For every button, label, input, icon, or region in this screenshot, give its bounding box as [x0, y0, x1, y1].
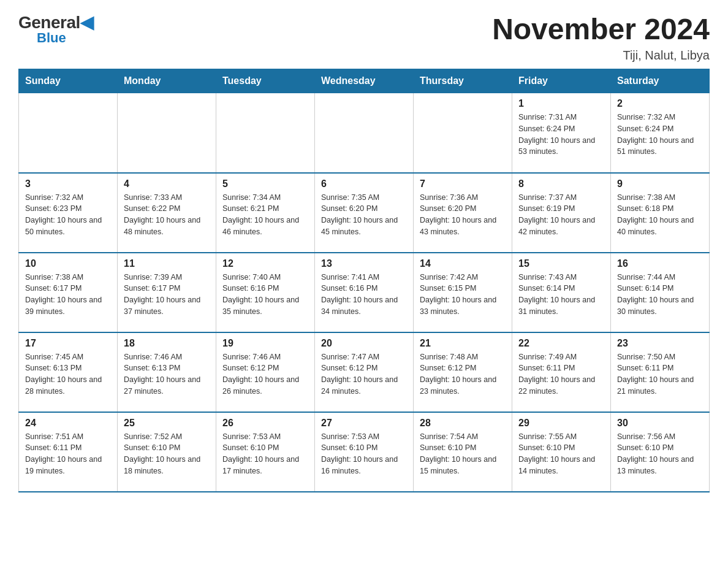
week-row-2: 3Sunrise: 7:32 AMSunset: 6:23 PMDaylight…	[19, 173, 710, 253]
header-saturday: Saturday	[611, 69, 710, 93]
calendar-cell: 30Sunrise: 7:56 AMSunset: 6:10 PMDayligh…	[611, 412, 710, 492]
calendar-cell: 12Sunrise: 7:40 AMSunset: 6:16 PMDayligh…	[216, 253, 315, 332]
day-number: 8	[518, 178, 604, 190]
day-info: Sunrise: 7:45 AMSunset: 6:13 PMDaylight:…	[25, 351, 111, 397]
logo-triangle-icon: ◀	[80, 13, 94, 32]
day-number: 4	[124, 178, 210, 190]
day-info: Sunrise: 7:51 AMSunset: 6:11 PMDaylight:…	[25, 431, 111, 477]
day-number: 21	[420, 338, 506, 349]
calendar-cell	[315, 93, 414, 173]
calendar-cell: 19Sunrise: 7:46 AMSunset: 6:12 PMDayligh…	[216, 332, 315, 412]
day-info: Sunrise: 7:53 AMSunset: 6:10 PMDaylight:…	[222, 431, 308, 477]
calendar-cell: 26Sunrise: 7:53 AMSunset: 6:10 PMDayligh…	[216, 412, 315, 492]
calendar-table: Sunday Monday Tuesday Wednesday Thursday…	[18, 69, 710, 492]
day-number: 18	[124, 338, 210, 349]
day-info: Sunrise: 7:49 AMSunset: 6:11 PMDaylight:…	[518, 351, 604, 397]
day-number: 23	[617, 338, 703, 349]
calendar-cell	[414, 93, 512, 173]
day-number: 14	[420, 258, 506, 269]
title-area: November 2024 Tiji, Nalut, Libya	[492, 12, 710, 63]
day-number: 16	[617, 258, 703, 269]
day-number: 27	[321, 418, 407, 429]
day-number: 15	[518, 258, 604, 269]
header-tuesday: Tuesday	[216, 69, 315, 93]
day-info: Sunrise: 7:37 AMSunset: 6:19 PMDaylight:…	[518, 192, 604, 238]
day-number: 7	[420, 178, 506, 190]
logo-blue: Blue	[37, 30, 66, 46]
header-thursday: Thursday	[414, 69, 512, 93]
day-number: 3	[25, 178, 111, 190]
calendar-cell: 28Sunrise: 7:54 AMSunset: 6:10 PMDayligh…	[414, 412, 512, 492]
header-friday: Friday	[512, 69, 611, 93]
day-info: Sunrise: 7:44 AMSunset: 6:14 PMDaylight:…	[617, 272, 703, 318]
calendar-cell	[19, 93, 118, 173]
day-number: 25	[124, 418, 210, 429]
weekday-header-row: Sunday Monday Tuesday Wednesday Thursday…	[19, 69, 710, 93]
page-header: General◀ Blue November 2024 Tiji, Nalut,…	[18, 12, 710, 63]
day-info: Sunrise: 7:40 AMSunset: 6:16 PMDaylight:…	[222, 272, 308, 318]
day-number: 19	[222, 338, 308, 349]
week-row-4: 17Sunrise: 7:45 AMSunset: 6:13 PMDayligh…	[19, 332, 710, 412]
day-info: Sunrise: 7:38 AMSunset: 6:17 PMDaylight:…	[25, 272, 111, 318]
day-info: Sunrise: 7:47 AMSunset: 6:12 PMDaylight:…	[321, 351, 407, 397]
calendar-cell: 14Sunrise: 7:42 AMSunset: 6:15 PMDayligh…	[414, 253, 512, 332]
day-number: 11	[124, 258, 210, 269]
day-number: 29	[518, 418, 604, 429]
day-info: Sunrise: 7:52 AMSunset: 6:10 PMDaylight:…	[124, 431, 210, 477]
header-monday: Monday	[118, 69, 216, 93]
calendar-cell: 23Sunrise: 7:50 AMSunset: 6:11 PMDayligh…	[611, 332, 710, 412]
day-info: Sunrise: 7:55 AMSunset: 6:10 PMDaylight:…	[518, 431, 604, 477]
day-number: 12	[222, 258, 308, 269]
day-info: Sunrise: 7:48 AMSunset: 6:12 PMDaylight:…	[420, 351, 506, 397]
calendar-cell: 3Sunrise: 7:32 AMSunset: 6:23 PMDaylight…	[19, 173, 118, 253]
header-wednesday: Wednesday	[315, 69, 414, 93]
day-number: 28	[420, 418, 506, 429]
calendar-cell: 6Sunrise: 7:35 AMSunset: 6:20 PMDaylight…	[315, 173, 414, 253]
logo: General◀ Blue	[18, 12, 93, 46]
day-number: 26	[222, 418, 308, 429]
calendar-cell: 7Sunrise: 7:36 AMSunset: 6:20 PMDaylight…	[414, 173, 512, 253]
day-number: 22	[518, 338, 604, 349]
calendar-cell: 21Sunrise: 7:48 AMSunset: 6:12 PMDayligh…	[414, 332, 512, 412]
day-info: Sunrise: 7:56 AMSunset: 6:10 PMDaylight:…	[617, 431, 703, 477]
calendar-cell: 13Sunrise: 7:41 AMSunset: 6:16 PMDayligh…	[315, 253, 414, 332]
week-row-3: 10Sunrise: 7:38 AMSunset: 6:17 PMDayligh…	[19, 253, 710, 332]
day-info: Sunrise: 7:39 AMSunset: 6:17 PMDaylight:…	[124, 272, 210, 318]
day-info: Sunrise: 7:43 AMSunset: 6:14 PMDaylight:…	[518, 272, 604, 318]
calendar-cell: 5Sunrise: 7:34 AMSunset: 6:21 PMDaylight…	[216, 173, 315, 253]
day-info: Sunrise: 7:31 AMSunset: 6:24 PMDaylight:…	[518, 112, 604, 158]
calendar-cell: 2Sunrise: 7:32 AMSunset: 6:24 PMDaylight…	[611, 93, 710, 173]
calendar-cell: 17Sunrise: 7:45 AMSunset: 6:13 PMDayligh…	[19, 332, 118, 412]
calendar-cell: 8Sunrise: 7:37 AMSunset: 6:19 PMDaylight…	[512, 173, 611, 253]
calendar-cell: 25Sunrise: 7:52 AMSunset: 6:10 PMDayligh…	[118, 412, 216, 492]
day-info: Sunrise: 7:33 AMSunset: 6:22 PMDaylight:…	[124, 192, 210, 238]
calendar-cell: 15Sunrise: 7:43 AMSunset: 6:14 PMDayligh…	[512, 253, 611, 332]
day-number: 30	[617, 418, 703, 429]
day-info: Sunrise: 7:32 AMSunset: 6:23 PMDaylight:…	[25, 192, 111, 238]
month-title: November 2024	[492, 12, 710, 46]
calendar-cell: 29Sunrise: 7:55 AMSunset: 6:10 PMDayligh…	[512, 412, 611, 492]
day-number: 13	[321, 258, 407, 269]
header-sunday: Sunday	[19, 69, 118, 93]
calendar-cell: 16Sunrise: 7:44 AMSunset: 6:14 PMDayligh…	[611, 253, 710, 332]
day-number: 17	[25, 338, 111, 349]
day-number: 5	[222, 178, 308, 190]
day-number: 9	[617, 178, 703, 190]
day-info: Sunrise: 7:35 AMSunset: 6:20 PMDaylight:…	[321, 192, 407, 238]
calendar-cell: 20Sunrise: 7:47 AMSunset: 6:12 PMDayligh…	[315, 332, 414, 412]
day-info: Sunrise: 7:46 AMSunset: 6:12 PMDaylight:…	[222, 351, 308, 397]
calendar-cell: 9Sunrise: 7:38 AMSunset: 6:18 PMDaylight…	[611, 173, 710, 253]
calendar-cell: 22Sunrise: 7:49 AMSunset: 6:11 PMDayligh…	[512, 332, 611, 412]
day-info: Sunrise: 7:42 AMSunset: 6:15 PMDaylight:…	[420, 272, 506, 318]
week-row-1: 1Sunrise: 7:31 AMSunset: 6:24 PMDaylight…	[19, 93, 710, 173]
day-info: Sunrise: 7:41 AMSunset: 6:16 PMDaylight:…	[321, 272, 407, 318]
calendar-cell: 4Sunrise: 7:33 AMSunset: 6:22 PMDaylight…	[118, 173, 216, 253]
day-number: 1	[518, 98, 604, 109]
location: Tiji, Nalut, Libya	[492, 48, 710, 63]
day-number: 20	[321, 338, 407, 349]
day-info: Sunrise: 7:38 AMSunset: 6:18 PMDaylight:…	[617, 192, 703, 238]
day-info: Sunrise: 7:46 AMSunset: 6:13 PMDaylight:…	[124, 351, 210, 397]
week-row-5: 24Sunrise: 7:51 AMSunset: 6:11 PMDayligh…	[19, 412, 710, 492]
day-info: Sunrise: 7:36 AMSunset: 6:20 PMDaylight:…	[420, 192, 506, 238]
calendar-cell: 10Sunrise: 7:38 AMSunset: 6:17 PMDayligh…	[19, 253, 118, 332]
